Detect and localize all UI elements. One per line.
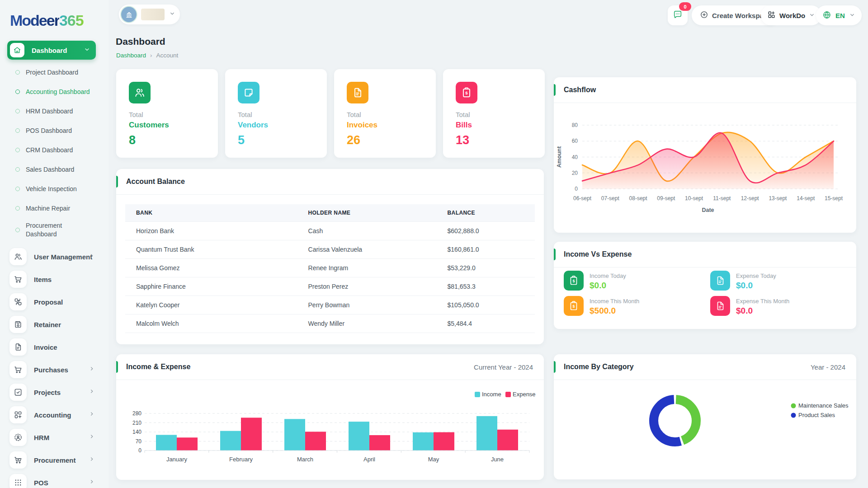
sidebar-item-items[interactable]: Items	[0, 268, 108, 291]
grid-apps-icon	[767, 10, 776, 19]
income-by-category-chart: Maintenance SalesProduct Sales	[554, 380, 856, 481]
svg-text:80: 80	[572, 122, 578, 128]
column-header-balance: BALANCE	[437, 204, 535, 222]
svg-text:Income: Income	[482, 391, 501, 398]
sidebar-subitem-hrm-dashboard[interactable]: HRM Dashboard	[0, 101, 108, 121]
sidebar-item-invoice[interactable]: Invoice	[0, 336, 108, 358]
table-cell: Wendy Miller	[297, 314, 437, 333]
svg-text:14-sept: 14-sept	[797, 195, 815, 202]
sidebar-item-pos[interactable]: POS	[0, 471, 108, 488]
users-icon	[14, 252, 23, 261]
table-cell: $81,653.3	[437, 277, 535, 296]
bills-icon: $	[456, 82, 477, 103]
table-row: Melissa GomezRenee Ingram$53,229.0	[125, 259, 535, 277]
sidebar-subitem-machine-repair[interactable]: Machine Repair	[0, 198, 108, 218]
table-cell: Carissa Valenzuela	[297, 240, 437, 259]
language-selector[interactable]: EN	[816, 5, 862, 25]
procurement-icon	[14, 455, 23, 465]
invoice-icon	[14, 343, 23, 352]
sidebar-item-label: Retainer	[34, 321, 61, 328]
income-by-category-period: Year - 2024	[811, 363, 845, 371]
bullet-circle-icon	[15, 128, 20, 133]
table-row: Sapphire FinancePreston Perez$81,653.3	[125, 277, 535, 296]
sidebar-item-dashboard[interactable]: Dashboard	[7, 41, 96, 60]
table-cell: Quantum Trust Bank	[125, 240, 297, 259]
chevron-right-icon	[89, 388, 95, 394]
sidebar-subitem-project-dashboard[interactable]: Project Dashboard	[0, 62, 108, 82]
sidebar-subitem-pos-dashboard[interactable]: POS Dashboard	[0, 121, 108, 140]
column-header-holder-name: HOLDER NAME	[297, 204, 437, 222]
bullet-circle-icon	[15, 70, 20, 75]
sidebar-subitem-sales-dashboard[interactable]: Sales Dashboard	[0, 160, 108, 179]
accounting-icon	[14, 410, 23, 419]
hrm-icon	[14, 433, 23, 442]
svg-text:11-sept: 11-sept	[713, 195, 731, 202]
tile-label: Expense This Month	[736, 298, 789, 305]
brand-logo[interactable]: Modeer365	[10, 12, 84, 29]
sidebar-subitem-accounting-dashboard[interactable]: Accounting Dashboard	[0, 82, 108, 101]
tile-value: $0.0	[590, 281, 626, 291]
breadcrumb-dashboard-link[interactable]: Dashboard	[116, 52, 146, 59]
svg-text:Maintenance Sales: Maintenance Sales	[798, 402, 849, 409]
sidebar-item-label: Accounting	[34, 411, 71, 419]
bullet-circle-icon	[15, 148, 20, 152]
sidebar-subitem-label: Procurement Dashboard	[26, 221, 83, 239]
sidebar-subitem-label: Machine Repair	[26, 205, 70, 212]
language-label: EN	[835, 12, 845, 19]
table-cell: Renee Ingram	[297, 259, 437, 277]
table-cell: $602,888.0	[437, 222, 535, 240]
breadcrumb-separator: ›	[150, 52, 152, 59]
sidebar-subitem-procurement-dashboard[interactable]: Procurement Dashboard	[0, 218, 83, 242]
sidebar-item-label: POS	[34, 479, 48, 487]
invoices-icon	[347, 82, 368, 103]
sidebar-item-label: Items	[34, 276, 52, 283]
table-row: Malcolm WelchWendy Miller$5,484.4	[125, 314, 535, 333]
tile-expense-this-month: Expense This Month$0.0	[710, 296, 789, 316]
bullet-circle-icon	[15, 206, 20, 211]
income-expense-period: Current Year - 2024	[474, 363, 533, 371]
sidebar-item-procurement[interactable]: Procurement	[0, 449, 108, 471]
table-cell: Sapphire Finance	[125, 277, 297, 296]
workdo-label: WorkDo	[779, 12, 805, 19]
table-row: Quantum Trust BankCarissa Valenzuela$160…	[125, 240, 535, 259]
svg-text:0: 0	[575, 186, 578, 192]
stat-prefix: Total	[129, 111, 143, 118]
income-by-category-card: Income By Category Year - 2024 Maintenan…	[554, 354, 856, 479]
stat-prefix: Total	[456, 111, 470, 118]
workspace-selector[interactable]	[119, 5, 180, 24]
file-icon	[715, 275, 726, 286]
sidebar-item-user-management[interactable]: User Management	[0, 245, 108, 268]
svg-text:January: January	[166, 456, 188, 463]
sidebar-subitem-vehicle-inspection[interactable]: Vehicle Inspection	[0, 179, 108, 198]
chevron-right-icon	[89, 253, 95, 259]
stat-value: 8	[129, 133, 136, 147]
sidebar-item-accounting[interactable]: Accounting	[0, 404, 108, 426]
svg-text:140: 140	[132, 429, 142, 435]
stat-label: Vendors	[238, 121, 268, 130]
sidebar-menu: User ManagementItemsProposalRetainerInvo…	[0, 245, 108, 488]
svg-text:40: 40	[572, 154, 578, 160]
workdo-menu-button[interactable]: WorkDo	[761, 5, 821, 25]
sidebar-item-purchases[interactable]: Purchases	[0, 358, 108, 381]
messages-button[interactable]: 0	[668, 5, 688, 25]
sidebar-item-label: Invoice	[34, 343, 57, 351]
bills-icon: $	[461, 87, 472, 99]
file-icon	[715, 300, 726, 311]
retainer-icon	[14, 320, 23, 329]
svg-text:February: February	[229, 456, 253, 463]
account-balance-card: Account Balance BANKHOLDER NAMEBALANCE H…	[116, 169, 544, 344]
sidebar-subitem-label: Sales Dashboard	[26, 166, 74, 173]
table-cell: Melissa Gomez	[125, 259, 297, 277]
projects-icon	[14, 388, 23, 397]
sidebar-item-retainer[interactable]: Retainer	[0, 313, 108, 336]
svg-text:15-sept: 15-sept	[825, 195, 843, 202]
sidebar-item-hrm[interactable]: HRM	[0, 426, 108, 449]
breadcrumb-current: Account	[156, 52, 178, 59]
sidebar-item-projects[interactable]: Projects	[0, 381, 108, 404]
stat-card-customers: TotalCustomers8	[116, 69, 218, 158]
sidebar-item-proposal[interactable]: Proposal	[0, 291, 108, 313]
tile-income-today: $Income Today$0.0	[564, 271, 626, 291]
income-expense-title: Income & Expense	[126, 363, 190, 371]
sidebar-subitem-crm-dashboard[interactable]: CRM Dashboard	[0, 140, 108, 160]
tile-label: Income This Month	[590, 298, 639, 305]
